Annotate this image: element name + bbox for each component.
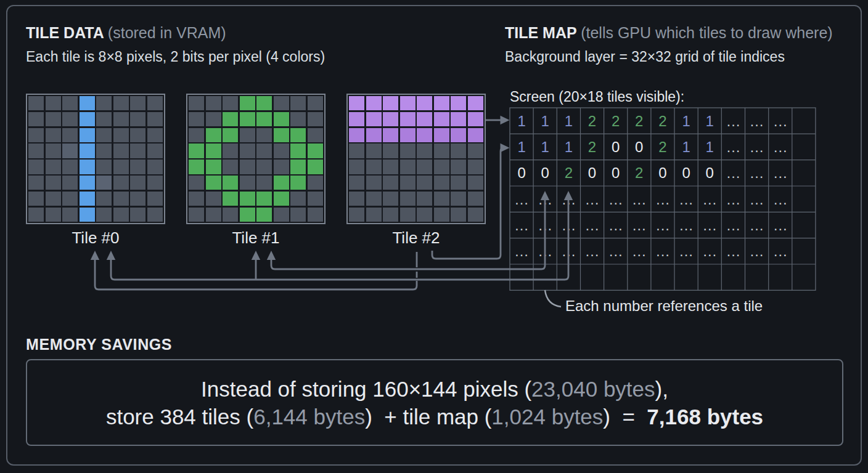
svg-text:…: … bbox=[632, 217, 647, 233]
svg-text:…: … bbox=[632, 191, 647, 208]
svg-text:…: … bbox=[773, 217, 788, 233]
svg-text:…: … bbox=[608, 217, 623, 233]
svg-text:…: … bbox=[655, 217, 670, 233]
svg-text:0: 0 bbox=[541, 164, 549, 181]
svg-text:…: … bbox=[679, 217, 694, 233]
svg-text:…: … bbox=[773, 139, 788, 155]
svg-text:…: … bbox=[773, 113, 788, 129]
svg-text:…: … bbox=[679, 243, 694, 259]
svg-text:2: 2 bbox=[658, 139, 666, 155]
svg-text:1: 1 bbox=[706, 113, 714, 129]
svg-text:…: … bbox=[585, 191, 600, 208]
svg-text:0: 0 bbox=[588, 164, 596, 181]
svg-text:…: … bbox=[514, 217, 529, 233]
svg-text:…: … bbox=[773, 191, 788, 208]
svg-text:0: 0 bbox=[612, 164, 620, 181]
svg-text:…: … bbox=[514, 243, 529, 259]
svg-text:…: … bbox=[608, 191, 623, 208]
svg-text:…: … bbox=[726, 191, 740, 208]
svg-text:…: … bbox=[750, 217, 764, 233]
svg-text:1: 1 bbox=[517, 139, 525, 155]
svg-text:…: … bbox=[514, 191, 529, 208]
svg-text:…: … bbox=[750, 113, 764, 129]
svg-text:…: … bbox=[702, 191, 717, 208]
svg-text:…: … bbox=[585, 217, 600, 233]
svg-text:0: 0 bbox=[706, 164, 714, 181]
svg-text:…: … bbox=[750, 139, 764, 155]
svg-text:…: … bbox=[702, 243, 717, 259]
svg-text:1: 1 bbox=[706, 139, 714, 155]
svg-text:1: 1 bbox=[682, 139, 690, 155]
svg-text:…: … bbox=[750, 164, 764, 181]
svg-text:…: … bbox=[702, 217, 717, 233]
svg-text:2: 2 bbox=[612, 113, 620, 129]
svg-text:2: 2 bbox=[588, 113, 596, 129]
svg-text:…: … bbox=[585, 243, 600, 259]
svg-text:1: 1 bbox=[517, 113, 525, 129]
svg-text:…: … bbox=[679, 191, 694, 208]
svg-text:1: 1 bbox=[541, 139, 549, 155]
svg-text:2: 2 bbox=[635, 164, 643, 181]
svg-text:1: 1 bbox=[565, 113, 573, 129]
svg-text:1: 1 bbox=[541, 113, 549, 129]
svg-text:…: … bbox=[608, 243, 623, 259]
svg-text:…: … bbox=[726, 217, 740, 233]
svg-text:…: … bbox=[655, 243, 670, 259]
svg-text:1: 1 bbox=[565, 139, 573, 155]
svg-text:2: 2 bbox=[565, 164, 573, 181]
svg-text:0: 0 bbox=[682, 164, 690, 181]
svg-text:0: 0 bbox=[517, 164, 525, 181]
svg-text:0: 0 bbox=[658, 164, 666, 181]
svg-text:1: 1 bbox=[682, 113, 690, 129]
svg-text:…: … bbox=[773, 164, 788, 181]
svg-text:…: … bbox=[726, 113, 740, 129]
svg-text:0: 0 bbox=[635, 139, 643, 155]
svg-text:…: … bbox=[773, 243, 788, 259]
svg-text:2: 2 bbox=[635, 113, 643, 129]
svg-text:0: 0 bbox=[612, 139, 620, 155]
svg-text:…: … bbox=[750, 191, 764, 208]
svg-text:…: … bbox=[726, 243, 740, 259]
svg-text:2: 2 bbox=[588, 139, 596, 155]
svg-text:…: … bbox=[750, 243, 764, 259]
svg-text:…: … bbox=[726, 139, 740, 155]
svg-text:…: … bbox=[655, 191, 670, 208]
svg-text:…: … bbox=[632, 243, 647, 259]
svg-text:2: 2 bbox=[658, 113, 666, 129]
svg-text:…: … bbox=[726, 164, 740, 181]
